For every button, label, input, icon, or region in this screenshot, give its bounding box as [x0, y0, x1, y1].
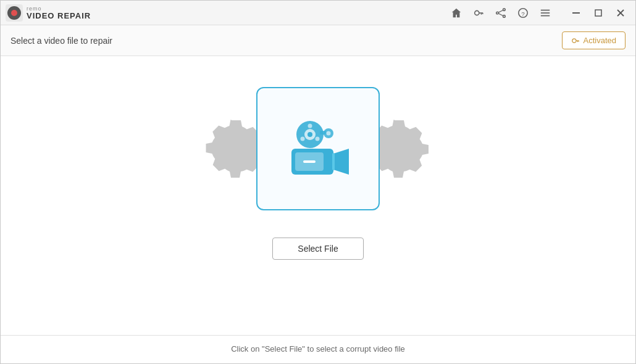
svg-rect-33: [303, 160, 316, 163]
logo-circle-inner: [11, 10, 17, 16]
minimize-button[interactable]: [566, 4, 586, 22]
svg-rect-35: [332, 153, 335, 170]
app-title: remo VIDEO REPAIR: [27, 6, 91, 20]
main-content: Select File Click on "Select File" to se…: [1, 56, 635, 363]
close-button[interactable]: [611, 4, 630, 22]
svg-point-6: [503, 15, 506, 17]
svg-line-8: [498, 13, 503, 15]
home-icon[interactable]: [450, 7, 462, 19]
share-icon[interactable]: [495, 7, 507, 19]
select-file-button[interactable]: Select File: [272, 238, 363, 260]
window-controls: [566, 4, 630, 22]
video-camera-icon: [278, 115, 358, 183]
svg-text:?: ?: [521, 10, 525, 17]
repair-graphic: [195, 75, 441, 223]
logo-circle: [7, 6, 21, 20]
footer-hint: Click on "Select File" to select a corru…: [1, 335, 635, 363]
key-icon[interactable]: [472, 7, 485, 19]
svg-point-24: [308, 132, 312, 137]
logo-icon: [6, 4, 23, 22]
menu-icon[interactable]: [539, 7, 551, 19]
svg-rect-14: [572, 12, 580, 14]
title-bar: remo VIDEO REPAIR: [1, 1, 635, 25]
svg-line-7: [498, 10, 503, 12]
svg-rect-13: [541, 15, 550, 16]
app-logo-area: remo VIDEO REPAIR: [6, 4, 91, 22]
svg-point-0: [475, 10, 479, 15]
svg-point-5: [496, 12, 499, 14]
svg-rect-11: [541, 9, 550, 10]
activated-label: Activated: [584, 36, 616, 45]
video-card: [256, 87, 380, 210]
svg-point-4: [503, 8, 506, 10]
activated-key-icon: [571, 36, 580, 45]
page-title: Select a video file to repair: [10, 36, 112, 46]
svg-point-18: [572, 38, 575, 42]
help-icon[interactable]: ?: [517, 7, 529, 19]
title-bar-icons: ?: [450, 4, 630, 22]
svg-rect-12: [541, 12, 550, 14]
toolbar: Select a video file to repair Activated: [1, 25, 635, 56]
app-logo: remo VIDEO REPAIR: [6, 4, 91, 22]
svg-point-27: [301, 137, 305, 141]
svg-point-26: [316, 137, 320, 141]
svg-point-25: [308, 124, 312, 128]
svg-point-30: [327, 131, 331, 136]
maximize-button[interactable]: [588, 4, 608, 22]
svg-rect-15: [595, 10, 601, 16]
activated-button[interactable]: Activated: [562, 31, 626, 49]
svg-marker-34: [333, 149, 349, 175]
app-title-main: VIDEO REPAIR: [27, 12, 91, 20]
